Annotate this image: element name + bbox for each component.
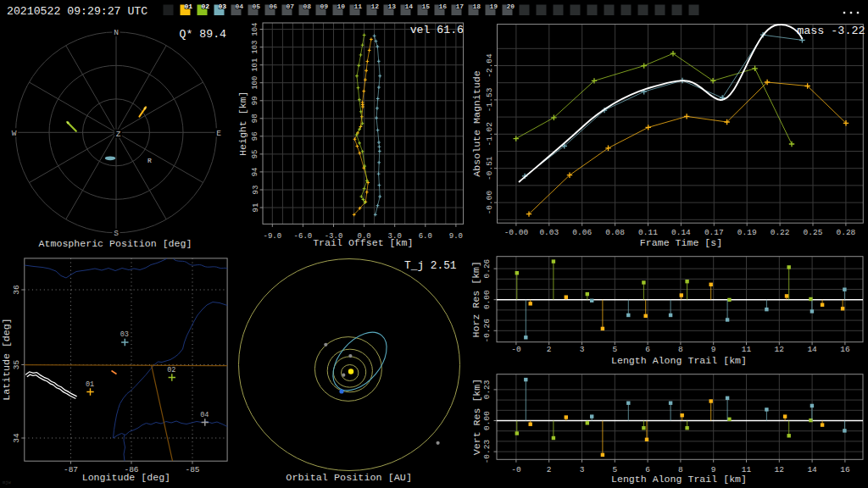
svg-text:100: 100 — [252, 76, 260, 90]
svg-text:0.00: 0.00 — [482, 290, 492, 309]
svg-text:103: 103 — [252, 40, 260, 53]
svg-text:-9.0: -9.0 — [263, 232, 281, 241]
svg-text:12: 12 — [370, 3, 379, 10]
svg-text:Q* 89.4: Q* 89.4 — [180, 28, 226, 41]
svg-text:10: 10 — [337, 3, 345, 10]
svg-text:04: 04 — [235, 3, 243, 10]
svg-text:03: 03 — [120, 330, 129, 339]
svg-text:12: 12 — [775, 465, 785, 474]
svg-text:vel 61.6: vel 61.6 — [410, 24, 464, 36]
svg-text:20: 20 — [506, 3, 515, 10]
svg-text:91: 91 — [252, 203, 260, 213]
svg-text:99: 99 — [252, 96, 260, 105]
svg-text:11: 11 — [353, 3, 362, 10]
svg-text:18: 18 — [472, 3, 481, 10]
svg-text:Frame Time [s]: Frame Time [s] — [640, 237, 722, 248]
svg-text:6: 6 — [645, 345, 650, 354]
svg-text:0.28: 0.28 — [836, 228, 855, 237]
svg-text:11: 11 — [742, 345, 752, 354]
svg-text:13: 13 — [387, 3, 396, 10]
svg-text:6.0: 6.0 — [419, 232, 432, 241]
svg-text:16: 16 — [840, 465, 850, 474]
svg-text:04: 04 — [200, 411, 209, 419]
svg-text:17: 17 — [455, 3, 464, 10]
svg-text:Length Along Trail [km]: Length Along Trail [km] — [611, 474, 747, 485]
svg-text:3: 3 — [580, 465, 585, 474]
svg-text:-1.02: -1.02 — [485, 122, 494, 147]
svg-text:0.03: 0.03 — [539, 228, 559, 237]
svg-text:8: 8 — [678, 345, 683, 354]
svg-text:35: 35 — [12, 360, 21, 370]
svg-text:Length Along Trail [km]: Length Along Trail [km] — [611, 355, 747, 366]
svg-text:Longitude [deg]: Longitude [deg] — [82, 472, 170, 483]
svg-text:N: N — [114, 28, 119, 37]
svg-text:01: 01 — [86, 380, 94, 389]
svg-text:3: 3 — [580, 345, 585, 354]
svg-text:0.11: 0.11 — [638, 228, 658, 237]
svg-text:15: 15 — [421, 3, 430, 10]
svg-text:E: E — [216, 129, 221, 138]
svg-text:-0.23: -0.23 — [482, 440, 492, 464]
svg-text:Z: Z — [116, 130, 121, 139]
svg-text:0.25: 0.25 — [804, 228, 823, 237]
svg-text:Height [km]: Height [km] — [237, 91, 248, 156]
svg-text:14: 14 — [807, 465, 817, 474]
svg-text:T_j 2.51: T_j 2.51 — [404, 259, 457, 272]
svg-text:05: 05 — [252, 3, 260, 10]
svg-text:94: 94 — [252, 167, 260, 176]
svg-text:0.19: 0.19 — [737, 228, 757, 237]
svg-text:-0.00: -0.00 — [485, 191, 494, 215]
svg-text:0.23: 0.23 — [482, 380, 492, 399]
svg-text:20210522 09:29:27 UTC: 20210522 09:29:27 UTC — [7, 5, 147, 18]
svg-text:104: 104 — [252, 22, 260, 36]
svg-text:06: 06 — [269, 3, 277, 10]
svg-text:08: 08 — [303, 3, 311, 10]
svg-text:-0.00: -0.00 — [504, 228, 529, 237]
svg-text:09: 09 — [320, 3, 328, 10]
svg-text:16: 16 — [840, 345, 850, 354]
svg-text:9: 9 — [711, 345, 716, 354]
svg-text:0.06: 0.06 — [572, 228, 592, 237]
svg-text:0.08: 0.08 — [605, 228, 625, 237]
svg-text:95: 95 — [252, 149, 260, 158]
svg-text:9.0: 9.0 — [449, 232, 463, 241]
svg-text:19: 19 — [489, 3, 498, 10]
svg-text:-87: -87 — [64, 465, 78, 474]
svg-text:-2.04: -2.04 — [485, 53, 494, 78]
svg-text:0.00: 0.00 — [482, 411, 492, 430]
svg-text:101: 101 — [252, 58, 260, 72]
svg-text:02: 02 — [201, 3, 209, 10]
svg-text:-0: -0 — [511, 465, 521, 474]
svg-text:02: 02 — [167, 366, 175, 374]
svg-text:-1.53: -1.53 — [485, 87, 494, 112]
svg-text:14: 14 — [404, 3, 413, 10]
svg-text:Trail Offset [km]: Trail Offset [km] — [313, 237, 413, 248]
svg-text:W: W — [12, 129, 17, 138]
svg-text:5: 5 — [612, 345, 617, 354]
svg-text:Horz Res [km]: Horz Res [km] — [471, 261, 482, 337]
svg-text:0.22: 0.22 — [771, 228, 790, 237]
svg-text:Absolute Magnitude: Absolute Magnitude — [471, 70, 482, 176]
svg-text:93: 93 — [252, 186, 260, 195]
svg-text:R: R — [147, 157, 152, 164]
svg-text:34: 34 — [12, 433, 21, 443]
svg-text:12: 12 — [775, 345, 785, 354]
svg-text:07: 07 — [286, 3, 294, 10]
svg-text:Orbital Position [AU]: Orbital Position [AU] — [286, 472, 412, 484]
svg-text:36: 36 — [12, 285, 21, 295]
svg-text:2: 2 — [547, 465, 552, 474]
svg-text:2: 2 — [547, 345, 552, 354]
svg-text:14: 14 — [807, 345, 817, 354]
svg-text:0.26: 0.26 — [482, 258, 492, 278]
svg-text:-0.26: -0.26 — [482, 319, 492, 343]
svg-text:mass -3.22: mass -3.22 — [797, 25, 865, 37]
svg-text:01: 01 — [184, 3, 192, 10]
svg-text:-6.0: -6.0 — [294, 232, 313, 241]
svg-text:Vert Res [km]: Vert Res [km] — [471, 379, 482, 455]
svg-text:96: 96 — [252, 131, 260, 141]
svg-text:mjw: mjw — [3, 480, 12, 485]
svg-text:-85: -85 — [185, 465, 199, 474]
svg-text:16: 16 — [438, 3, 447, 10]
svg-text:-0: -0 — [511, 345, 521, 354]
svg-text:Latitude [deg]: Latitude [deg] — [1, 318, 12, 400]
